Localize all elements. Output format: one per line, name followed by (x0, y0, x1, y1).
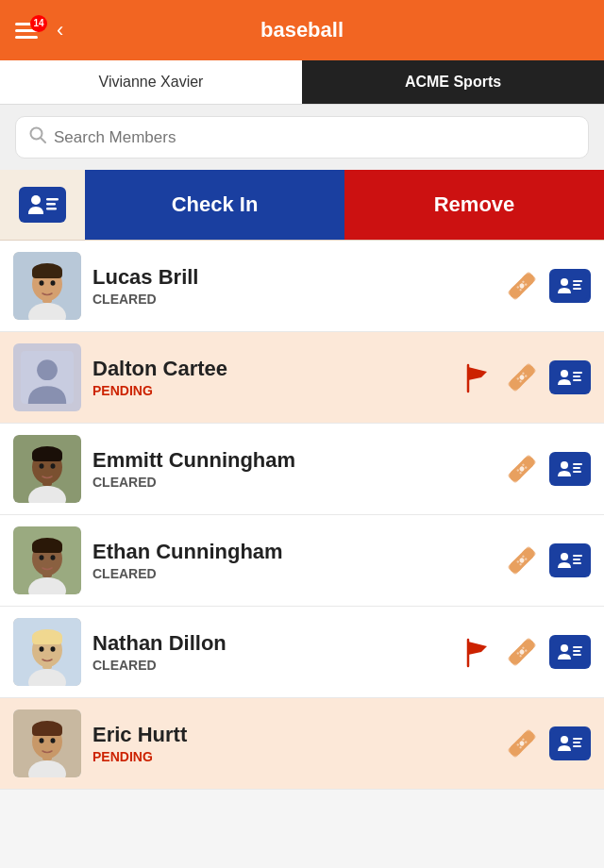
tab-vivianne[interactable]: Vivianne Xavier (0, 60, 302, 104)
svg-rect-4 (46, 198, 59, 201)
svg-point-41 (561, 370, 568, 377)
member-info: Eric Hurtt PENDING (92, 723, 491, 764)
svg-rect-129 (553, 730, 587, 757)
svg-point-30 (37, 359, 58, 380)
profile-card-button[interactable] (549, 360, 591, 394)
member-name: Dalton Cartee (92, 357, 447, 381)
remove-button[interactable]: Remove (344, 170, 604, 240)
member-row: Nathan Dillon CLEARED (0, 607, 604, 698)
svg-rect-65 (573, 467, 580, 469)
svg-rect-94 (32, 635, 62, 644)
svg-rect-84 (553, 547, 587, 574)
member-name: Lucas Brill (92, 265, 491, 290)
svg-point-73 (40, 555, 44, 560)
member-info: Nathan Dillon CLEARED (92, 631, 447, 673)
svg-rect-64 (573, 463, 582, 465)
svg-rect-110 (573, 650, 580, 652)
action-row: Check In Remove (0, 170, 604, 241)
bandage-icon[interactable] (502, 449, 542, 489)
flag-icon[interactable] (459, 359, 495, 395)
menu-button[interactable]: 14 (15, 23, 38, 39)
bandage-icon[interactable] (502, 358, 542, 397)
member-card-icon (19, 187, 66, 223)
bandage-icon[interactable] (502, 541, 542, 580)
member-actions (459, 632, 591, 672)
avatar (13, 618, 81, 686)
svg-rect-2 (21, 188, 64, 222)
svg-rect-117 (32, 726, 62, 736)
tab-acme[interactable]: ACME Sports (302, 60, 604, 104)
svg-point-53 (46, 471, 49, 473)
svg-point-63 (561, 461, 568, 469)
svg-rect-5 (46, 203, 56, 206)
svg-rect-27 (573, 284, 580, 286)
svg-point-3 (31, 195, 41, 205)
svg-point-74 (51, 555, 56, 560)
bandage-icon[interactable] (502, 632, 542, 672)
svg-rect-72 (32, 543, 62, 553)
search-container (0, 105, 604, 170)
member-info: Lucas Brill CLEARED (92, 265, 491, 307)
tab-bar: Vivianne Xavier ACME Sports (0, 60, 604, 105)
member-status: PENDING (92, 383, 447, 398)
member-info: Ethan Cunningham CLEARED (92, 540, 491, 581)
member-actions (502, 541, 591, 580)
member-actions (459, 358, 591, 397)
profile-card-button[interactable] (549, 543, 591, 577)
svg-point-85 (561, 553, 568, 560)
search-box (15, 116, 589, 159)
member-name: Nathan Dillon (92, 631, 447, 656)
search-input[interactable] (54, 128, 575, 147)
member-name: Eric Hurtt (92, 723, 491, 747)
profile-card-button[interactable] (549, 635, 591, 669)
svg-point-108 (561, 644, 568, 652)
svg-rect-107 (553, 639, 587, 665)
svg-rect-43 (573, 376, 580, 377)
member-status: CLEARED (92, 658, 447, 673)
checkin-button[interactable]: Check In (85, 170, 344, 240)
member-row: Eric Hurtt PENDING (0, 698, 604, 790)
member-row: Dalton Cartee PENDING (0, 332, 604, 424)
member-status: CLEARED (92, 566, 491, 581)
svg-line-1 (41, 138, 45, 142)
svg-rect-109 (573, 646, 582, 648)
member-status: CLEARED (92, 292, 491, 307)
svg-rect-40 (553, 364, 587, 391)
svg-point-51 (40, 463, 44, 469)
member-actions (502, 449, 591, 489)
svg-rect-88 (573, 562, 581, 564)
header: 14 ‹ baseball (0, 0, 604, 60)
svg-rect-86 (573, 555, 582, 557)
profile-card-button[interactable] (549, 726, 591, 760)
svg-rect-42 (573, 372, 582, 374)
member-status: CLEARED (92, 475, 491, 490)
svg-point-52 (51, 463, 56, 469)
svg-point-25 (561, 278, 568, 286)
member-list: Lucas Brill CLEARED Dalton Cartee PENDIN… (0, 241, 604, 790)
back-button[interactable]: ‹ (57, 18, 63, 42)
svg-rect-6 (46, 208, 57, 210)
svg-point-15 (46, 288, 49, 290)
bandage-icon[interactable] (502, 266, 542, 306)
svg-rect-111 (573, 654, 581, 656)
profile-card-button[interactable] (549, 452, 591, 486)
profile-card-button[interactable] (549, 269, 591, 303)
svg-point-130 (561, 736, 568, 743)
notification-badge: 14 (30, 15, 47, 32)
svg-rect-44 (573, 379, 581, 381)
member-name: Ethan Cunningham (92, 540, 491, 564)
bandage-icon[interactable] (502, 724, 542, 763)
svg-point-118 (40, 738, 44, 743)
member-card-icon-area (0, 170, 85, 240)
flag-icon[interactable] (459, 634, 495, 670)
svg-point-13 (40, 280, 44, 286)
member-row: Emmitt Cunningham CLEARED (0, 424, 604, 515)
member-row: Ethan Cunningham CLEARED (0, 515, 604, 607)
svg-rect-132 (573, 742, 580, 743)
avatar (13, 526, 81, 594)
svg-point-120 (46, 745, 49, 747)
svg-point-75 (46, 562, 49, 564)
member-status: PENDING (92, 749, 491, 764)
svg-point-96 (51, 646, 56, 652)
svg-rect-50 (32, 452, 62, 461)
